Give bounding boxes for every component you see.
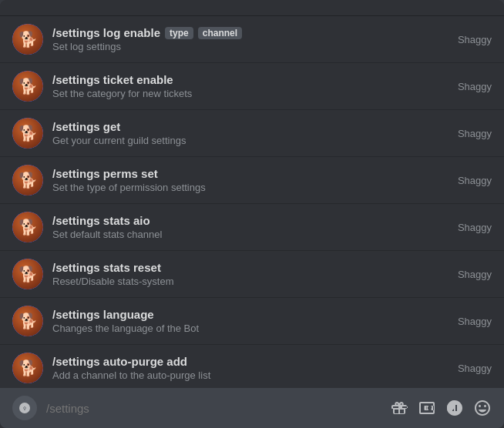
command-slash-text: /settings language <box>52 308 154 321</box>
avatar-image: 🐕 <box>12 24 43 55</box>
command-description: Add a channel to the auto-purge list <box>52 369 210 381</box>
command-item[interactable]: 🐕 /settings log enable typechannel Set l… <box>0 16 504 63</box>
input-icons <box>390 399 492 417</box>
command-left: 🐕 /settings perms set Set the type of pe… <box>12 165 206 196</box>
avatar-image: 🐕 <box>12 353 43 383</box>
command-left: 🐕 /settings get Get your current guild s… <box>12 118 186 149</box>
gift-icon[interactable] <box>390 399 408 417</box>
commands-panel: 🐕 /settings log enable typechannel Set l… <box>0 0 504 428</box>
command-info: /settings stats reset Reset/Disable stat… <box>52 261 174 287</box>
command-author: Shaggy <box>458 128 492 139</box>
command-info: /settings stats aio Set default stats ch… <box>52 214 162 240</box>
command-author: Shaggy <box>458 316 492 327</box>
command-item[interactable]: 🐕 /settings perms set Set the type of pe… <box>0 157 504 204</box>
avatar-image: 🐕 <box>12 71 43 102</box>
avatar: 🐕 <box>12 353 43 383</box>
command-author: Shaggy <box>458 81 492 92</box>
avatar-image: 🐕 <box>12 259 43 289</box>
avatar-image: 🐕 <box>12 118 43 149</box>
command-left: 🐕 /settings ticket enable Set the catego… <box>12 71 192 102</box>
command-info: /settings get Get your current guild set… <box>52 120 186 146</box>
command-description: Set the category for new tickets <box>52 88 192 99</box>
command-left: 🐕 /settings stats aio Set default stats … <box>12 212 162 242</box>
command-left: 🐕 /settings language Changes the languag… <box>12 306 199 336</box>
input-bar <box>0 388 504 428</box>
command-description: Set the type of permission settings <box>52 182 206 193</box>
avatar-image: 🐕 <box>12 212 43 242</box>
command-tag: type <box>165 27 193 39</box>
command-info: /settings log enable typechannel Set log… <box>52 26 242 52</box>
command-slash-text: /settings get <box>52 120 120 133</box>
commands-list[interactable]: 🐕 /settings log enable typechannel Set l… <box>0 16 504 388</box>
avatar-image: 🐕 <box>12 165 43 196</box>
command-item[interactable]: 🐕 /settings get Get your current guild s… <box>0 110 504 157</box>
command-item[interactable]: 🐕 /settings stats reset Reset/Disable st… <box>0 251 504 298</box>
command-name: /settings auto-purge add <box>52 355 210 368</box>
avatar: 🐕 <box>12 306 43 336</box>
avatar-image: 🐕 <box>12 306 43 336</box>
command-author: Shaggy <box>458 175 492 186</box>
avatar: 🐕 <box>12 259 43 289</box>
command-left: 🐕 /settings stats reset Reset/Disable st… <box>12 259 174 289</box>
command-item[interactable]: 🐕 /settings auto-purge add Add a channel… <box>0 345 504 388</box>
avatar: 🐕 <box>12 212 43 242</box>
command-slash-text: /settings stats reset <box>52 261 161 274</box>
command-description: Reset/Disable stats-system <box>52 276 174 287</box>
command-name: /settings ticket enable <box>52 73 192 86</box>
command-name: /settings get <box>52 120 186 133</box>
command-item[interactable]: 🐕 /settings stats aio Set default stats … <box>0 204 504 251</box>
message-input[interactable] <box>46 402 381 415</box>
command-left: 🐕 /settings auto-purge add Add a channel… <box>12 353 210 383</box>
avatar: 🐕 <box>12 71 43 102</box>
sticker-icon[interactable] <box>445 399 464 417</box>
command-name: /settings stats reset <box>52 261 174 274</box>
avatar: 🐕 <box>12 165 43 196</box>
command-info: /settings language Changes the language … <box>52 308 199 334</box>
command-name: /settings language <box>52 308 199 321</box>
command-description: Get your current guild settings <box>52 135 186 146</box>
emoji-icon[interactable] <box>473 399 492 417</box>
command-info: /settings auto-purge add Add a channel t… <box>52 355 210 381</box>
add-attachment-button[interactable] <box>12 396 37 420</box>
command-name: /settings perms set <box>52 167 206 180</box>
commands-header <box>0 0 504 16</box>
command-author: Shaggy <box>458 34 492 45</box>
command-slash-text: /settings log enable <box>52 26 160 39</box>
command-left: 🐕 /settings log enable typechannel Set l… <box>12 24 242 55</box>
avatar: 🐕 <box>12 24 43 55</box>
command-slash-text: /settings auto-purge add <box>52 355 187 368</box>
command-item[interactable]: 🐕 /settings language Changes the languag… <box>0 298 504 345</box>
command-description: Set log settings <box>52 41 242 52</box>
command-name: /settings log enable typechannel <box>52 26 242 39</box>
command-name: /settings stats aio <box>52 214 162 227</box>
command-author: Shaggy <box>458 269 492 280</box>
command-slash-text: /settings perms set <box>52 167 158 180</box>
command-author: Shaggy <box>458 222 492 233</box>
command-description: Changes the language of the Bot <box>52 323 199 334</box>
command-slash-text: /settings ticket enable <box>52 73 173 86</box>
gif-icon[interactable] <box>418 399 436 417</box>
command-tag: channel <box>198 27 242 39</box>
command-info: /settings ticket enable Set the category… <box>52 73 192 99</box>
command-slash-text: /settings stats aio <box>52 214 150 227</box>
command-item[interactable]: 🐕 /settings ticket enable Set the catego… <box>0 63 504 110</box>
command-info: /settings perms set Set the type of perm… <box>52 167 206 193</box>
avatar: 🐕 <box>12 118 43 149</box>
command-author: Shaggy <box>458 363 492 374</box>
command-description: Set default stats channel <box>52 229 162 240</box>
